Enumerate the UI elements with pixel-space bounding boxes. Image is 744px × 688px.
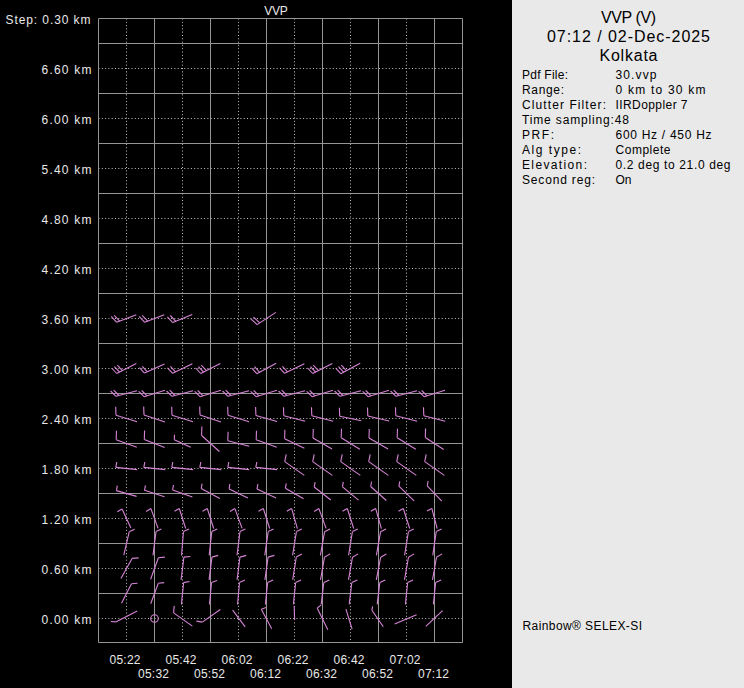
svg-text:On: On — [616, 173, 632, 187]
svg-text:07:12 / 02-Dec-2025: 07:12 / 02-Dec-2025 — [547, 28, 710, 45]
svg-text:05:52: 05:52 — [194, 667, 225, 681]
svg-text:1.80 km: 1.80 km — [42, 463, 92, 477]
svg-text:0.60 km: 0.60 km — [42, 563, 92, 577]
svg-text:IIRDoppler 7: IIRDoppler 7 — [616, 98, 688, 112]
svg-text:VVP: VVP — [264, 4, 288, 18]
svg-text:Rainbow® SELEX-SI: Rainbow® SELEX-SI — [523, 619, 643, 633]
svg-text:Elevation:: Elevation: — [522, 158, 587, 172]
svg-text:Kolkata: Kolkata — [600, 47, 658, 64]
svg-text:Second reg:: Second reg: — [522, 173, 595, 187]
svg-text:07:12: 07:12 — [418, 667, 449, 681]
svg-text:4.20 km: 4.20 km — [42, 263, 92, 277]
svg-text:30.vvp: 30.vvp — [616, 68, 657, 82]
svg-text:3.00 km: 3.00 km — [42, 363, 92, 377]
svg-text:06:02: 06:02 — [222, 653, 253, 667]
svg-text:Complete: Complete — [616, 143, 671, 157]
svg-text:0 km to 30 km: 0 km to 30 km — [616, 83, 706, 97]
svg-text:06:52: 06:52 — [362, 667, 393, 681]
svg-text:Alg type:: Alg type: — [522, 143, 581, 157]
svg-text:Time sampling:48: Time sampling:48 — [522, 113, 629, 127]
svg-text:6.60 km: 6.60 km — [42, 63, 92, 77]
svg-text:Range:: Range: — [522, 83, 564, 97]
svg-text:Pdf File:: Pdf File: — [522, 68, 568, 82]
svg-text:06:42: 06:42 — [334, 653, 365, 667]
svg-text:05:42: 05:42 — [166, 653, 197, 667]
svg-text:3.60 km: 3.60 km — [42, 313, 92, 327]
svg-text:4.80 km: 4.80 km — [42, 213, 92, 227]
svg-text:2.40 km: 2.40 km — [42, 413, 92, 427]
svg-text:5.40 km: 5.40 km — [42, 163, 92, 177]
svg-text:06:32: 06:32 — [306, 667, 337, 681]
svg-text:0.2 deg to 21.0 deg: 0.2 deg to 21.0 deg — [616, 158, 731, 172]
svg-text:05:32: 05:32 — [138, 667, 169, 681]
svg-text:1.20 km: 1.20 km — [42, 513, 92, 527]
svg-text:VVP (V): VVP (V) — [601, 9, 656, 26]
svg-text:06:22: 06:22 — [278, 653, 309, 667]
svg-text:05:22: 05:22 — [110, 653, 141, 667]
svg-text:600 Hz / 450 Hz: 600 Hz / 450 Hz — [616, 128, 712, 142]
svg-text:6.00 km: 6.00 km — [42, 113, 92, 127]
svg-text:0.00 km: 0.00 km — [42, 613, 92, 627]
svg-text:06:12: 06:12 — [250, 667, 281, 681]
svg-text:07:02: 07:02 — [390, 653, 421, 667]
svg-text:Step: 0.30 km: Step: 0.30 km — [6, 13, 91, 27]
